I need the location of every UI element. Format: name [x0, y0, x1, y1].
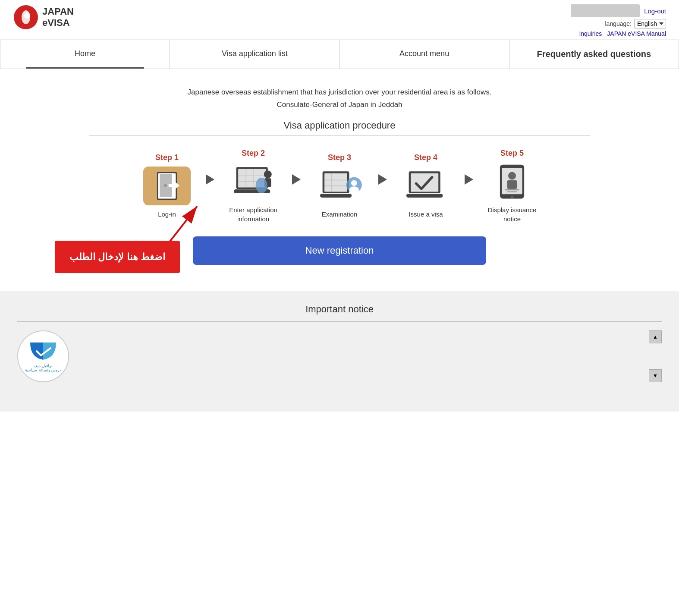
- step-3-block: Step 3 Examination: [305, 153, 374, 219]
- arrow-right-icon-1: [206, 174, 214, 185]
- language-select[interactable]: English 日本語 中文: [634, 19, 666, 28]
- step-1-label: Step 1: [155, 153, 179, 162]
- step-4-text: Issue a visa: [409, 210, 443, 219]
- arrow-3: [374, 174, 391, 185]
- nav-account-menu[interactable]: Account menu: [340, 40, 509, 69]
- svg-point-16: [264, 170, 272, 178]
- nav-home[interactable]: Home: [0, 40, 170, 69]
- top-bar: JAPAN eVISA Log-out language: English 日本…: [0, 0, 679, 40]
- scroll-down-button[interactable]: ▼: [649, 369, 662, 382]
- language-row: language: English 日本語 中文: [605, 19, 666, 28]
- step-2-block: Step 2 E: [219, 149, 288, 223]
- arrow-right-icon-4: [465, 174, 473, 185]
- user-logout-row: Log-out: [571, 4, 666, 17]
- important-divider: [17, 321, 662, 322]
- svg-point-34: [508, 172, 516, 179]
- step-4-label: Step 4: [414, 153, 437, 162]
- procedure-title: Visa application procedure: [89, 120, 590, 131]
- arrow-right-icon-3: [378, 174, 387, 185]
- arabic-annotation-box: اضغط هنا لإدخال الطلب: [55, 241, 180, 273]
- svg-point-33: [511, 195, 514, 198]
- steps-row: Step 1 Log-in: [89, 149, 590, 223]
- new-registration-button[interactable]: New registration: [193, 236, 486, 265]
- examination-icon: [316, 167, 363, 205]
- arrow-4: [460, 174, 478, 185]
- scroll-controls: ▲ ▼: [649, 330, 662, 382]
- header-links: Inquiries JAPAN eVISA Manual: [579, 30, 666, 37]
- step-5-label: Step 5: [500, 149, 524, 158]
- evisa-logo-icon: [13, 4, 39, 30]
- step-2-text: Enter applicationinformation: [229, 205, 277, 223]
- user-avatar-block: [571, 4, 640, 17]
- info-line2: Consulate-General of Japan in Jeddah: [0, 99, 679, 111]
- nav-faq[interactable]: Frequently asked questions: [509, 40, 679, 69]
- scroll-up-button[interactable]: ▲: [649, 330, 662, 343]
- svg-rect-35: [507, 180, 517, 189]
- svg-marker-7: [175, 182, 180, 189]
- inquiries-link[interactable]: Inquiries: [579, 30, 602, 37]
- svg-rect-21: [320, 194, 352, 198]
- display-issuance-icon: [488, 162, 536, 201]
- travel-deep-logo-icon: [28, 340, 58, 362]
- step-1-text: Log-in: [158, 210, 176, 219]
- step-4-block: Step 4 Issue a visa: [391, 153, 460, 219]
- info-line1: Japanese overseas establishment that has…: [0, 86, 679, 99]
- step-2-icon: [229, 162, 277, 201]
- info-section: Japanese overseas establishment that has…: [0, 86, 679, 111]
- nav-visa-list[interactable]: Visa application list: [170, 40, 340, 69]
- svg-point-2: [24, 13, 30, 19]
- arrow-2: [288, 174, 305, 185]
- procedure-section: Visa application procedure Step 1: [81, 120, 598, 223]
- step-1-block: Step 1 Log-in: [132, 153, 201, 219]
- logo-text: JAPAN eVISA: [42, 6, 74, 29]
- application-info-icon: [229, 162, 277, 201]
- step-3-label: Step 3: [328, 153, 351, 162]
- arrow-right-icon-2: [292, 174, 301, 185]
- step-3-text: Examination: [322, 210, 358, 219]
- language-label: language:: [605, 20, 632, 27]
- step-3-icon: [316, 167, 363, 205]
- step-2-label: Step 2: [242, 149, 265, 158]
- step-1-icon: [143, 167, 191, 205]
- step-5-block: Step 5 Display issuancenotice: [478, 149, 547, 223]
- svg-point-26: [351, 180, 357, 186]
- procedure-divider: [89, 135, 590, 136]
- important-notice-content: ترافيل ديف دروس ونصائح سياحية ▲ ▼: [17, 330, 662, 382]
- login-icon: [147, 170, 187, 202]
- svg-rect-20: [324, 173, 347, 192]
- notice-logo-arabic: ترافيل ديف دروس ونصائح سياحية: [25, 364, 61, 372]
- nav-bar: Home Visa application list Account menu …: [0, 40, 679, 69]
- svg-rect-29: [411, 173, 438, 192]
- step-5-text: Display issuancenotice: [488, 205, 537, 223]
- logout-link[interactable]: Log-out: [644, 7, 666, 15]
- important-notice-title: Important notice: [17, 304, 662, 315]
- issue-visa-icon: [402, 167, 450, 205]
- manual-link[interactable]: JAPAN eVISA Manual: [607, 30, 666, 37]
- important-notice-section: Important notice ترافيل ديف دروس ونصائح …: [0, 291, 679, 412]
- arrow-1: [201, 174, 219, 185]
- step-4-icon: [402, 167, 450, 205]
- logo-area: JAPAN eVISA: [13, 4, 74, 30]
- top-right: Log-out language: English 日本語 中文 Inquiri…: [571, 4, 666, 37]
- notice-logo: ترافيل ديف دروس ونصائح سياحية: [17, 330, 69, 382]
- svg-point-18: [256, 178, 267, 193]
- step-5-icon: [488, 162, 536, 201]
- svg-point-27: [349, 186, 359, 193]
- svg-point-8: [164, 185, 167, 187]
- svg-rect-30: [406, 194, 443, 198]
- annotation-container: New registration اضغط هنا لإدخال الطلب: [81, 236, 598, 265]
